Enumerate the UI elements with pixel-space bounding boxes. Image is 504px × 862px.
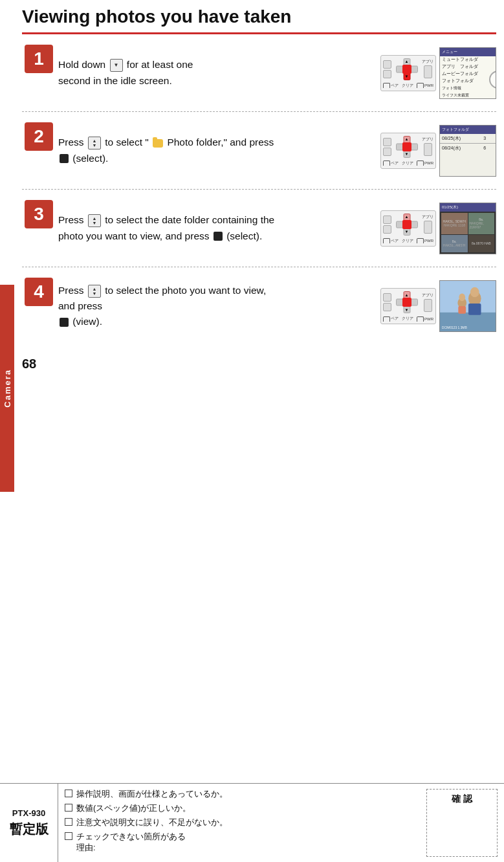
kp-left-key-3b	[383, 225, 391, 234]
kp-pwr-icon-4	[417, 316, 424, 322]
footer-checkbox-1[interactable]	[65, 790, 72, 797]
select-btn-4	[60, 318, 69, 327]
kp-pwr-icon-1	[417, 83, 424, 88]
screen-4: DCIM0123 1.3MB	[439, 280, 496, 332]
kp-nav-center-4	[402, 298, 411, 307]
photo-svg-4: DCIM0123 1.3MB	[440, 280, 496, 332]
kp-pwr-label-1: PWR	[424, 83, 433, 87]
kp-left-key-3a	[383, 216, 391, 224]
footer-checklist-text-4-wrap: チェックできない箇所がある 理由:	[76, 832, 186, 854]
kp-apuri-label-3: アプリ	[422, 215, 433, 219]
kp-nav-down-1: ▼	[403, 73, 410, 80]
kp-pwr-label-3: PWR	[424, 239, 433, 243]
kp-phone-icon-4	[383, 316, 390, 322]
kp-pwr-label-4: PWR	[424, 317, 433, 321]
screen3-cell-4: 8a 0870 HAB	[468, 235, 495, 252]
step-1-text: Hold down ▼ for at least onesecond in th…	[56, 41, 280, 105]
footer-checklist-item-1: 操作説明、画面が仕様とあっているか。	[65, 789, 420, 800]
svg-rect-7	[458, 306, 466, 314]
kp-pea-label-3: ペア	[391, 238, 399, 244]
kp-nav-down-2: ▼	[403, 151, 410, 158]
kp-left-key-2b	[383, 148, 391, 156]
footer-checkbox-4[interactable]	[65, 832, 72, 840]
footer-checklist-item-4: チェックできない箇所がある 理由:	[65, 832, 420, 854]
screen1-title-bar: メニュー	[440, 48, 496, 56]
step-2-number: 2	[25, 122, 53, 151]
kp-nav-down-4: ▼	[403, 306, 410, 313]
kp-bottom-phone-1: ペア	[383, 83, 399, 89]
select-btn-2	[60, 154, 69, 163]
footer-checklist-text-4b: 理由:	[76, 843, 186, 854]
step-1-number-col: 1	[22, 41, 56, 105]
kp-pwr-icon-3	[417, 238, 424, 243]
kp-apuri-label-4: アプリ	[422, 293, 433, 298]
kp-bottom-phone-2: ペア	[383, 160, 399, 166]
screen1-title: メニュー	[442, 49, 457, 55]
kp-nav-cross-4: ▲ ▼	[395, 291, 419, 314]
kp-bottom-phone-pwr-1: PWR	[417, 83, 433, 88]
footer-checkbox-2[interactable]	[65, 804, 72, 812]
footer-checklist-text-1: 操作説明、画面が仕様とあっているか。	[76, 789, 228, 800]
kp-clear-label-3: クリア	[402, 238, 413, 244]
footer-confirm: 確 認	[426, 789, 498, 857]
svg-text:DCIM0123 1.3MB: DCIM0123 1.3MB	[442, 326, 467, 329]
keypad-3: ▲ ▼ アプリ ペア	[380, 210, 436, 247]
screen3-cell-1: HAKSL, SDW'H HAKQRE 1118	[441, 213, 468, 234]
kp-nav-center-3	[402, 220, 411, 229]
kp-bottom-phone-pwr-4: PWR	[417, 316, 433, 322]
page-title: Viewing photos you have taken	[22, 0, 496, 34]
kp-left-key-2a	[383, 138, 391, 146]
screen-1: メニュー ミュートフォルダ アプリ フォルダ ムービーフォルダ フォトフォルダ …	[439, 47, 496, 99]
side-tab-label: Camera	[3, 369, 12, 408]
step-4-number: 4	[25, 278, 53, 306]
kp-bottom-phone-pwr-3: PWR	[417, 238, 433, 243]
footer-right: 操作説明、画面が仕様とあっているか。 数値(スペック値)が正しいか。 注意文や説…	[58, 784, 504, 862]
kp-nav-center-2	[402, 142, 411, 151]
kp-nav-down-3: ▼	[403, 228, 410, 236]
step-2-number-col: 2	[22, 118, 56, 182]
screen3-cell-3-date: HAKSL, AMS'H	[443, 243, 465, 247]
kp-nav-right-2	[411, 143, 418, 150]
side-tab: Camera	[0, 285, 14, 492]
screen3-title-bar: 01/25(木)	[440, 203, 496, 212]
step-4-text: Press ▲▼ to select the photo you want to…	[56, 274, 280, 338]
kp-pwr-icon-2	[417, 160, 424, 166]
footer-checklist-text-3: 注意文や説明文に誤り、不足がないか。	[76, 817, 228, 828]
kp-nav-cross-1: ▲ ▼	[395, 58, 419, 81]
kp-left-key-4b	[383, 303, 391, 311]
screen2-date-1: 08/25(木) 3	[440, 134, 496, 144]
screen1-item-4: フォトフォルダ	[440, 78, 496, 85]
kp-right-key-2	[424, 143, 432, 156]
updown-icon-3: ▲▼	[88, 214, 101, 227]
screen2-title: フォトフォルダ	[442, 127, 469, 131]
screen3-cell-3: 8a. HAKSL, AMS'H	[441, 235, 468, 252]
step-1-images: ▲ ▼ アプリ ペア	[280, 41, 497, 105]
screen2-date-2: 08/24(水) 6	[440, 144, 496, 153]
screen3-cell-2-date: HAKQRE, 21RF97	[470, 221, 494, 229]
step-3-images: ▲ ▼ アプリ ペア	[280, 196, 497, 260]
screen1-item-3: ムービーフォルダ	[440, 71, 496, 78]
step-4-number-col: 4	[22, 274, 56, 338]
step-1-number: 1	[25, 45, 53, 73]
footer-draft: 暫定版	[10, 821, 49, 838]
kp-phone-icon-3	[383, 238, 390, 243]
screen3-cell-4-text: 8a 0870 HAB	[472, 241, 491, 245]
kp-right-key-1	[424, 65, 432, 78]
kp-nav-right-4	[411, 299, 418, 306]
kp-left-key-1	[383, 60, 391, 69]
step-2-text: Press ▲▼ to select " Photo folder," and …	[56, 118, 280, 182]
screen2-title-bar: フォトフォルダ	[440, 126, 496, 134]
footer-confirm-label: 確 認	[452, 793, 472, 805]
step-2-images: ▲ ▼ アプリ ペア	[280, 118, 497, 182]
screen-2: フォトフォルダ 08/25(木) 3 08/24(水) 6	[439, 125, 496, 177]
kp-nav-cross-3: ▲ ▼	[395, 213, 419, 236]
footer-checkbox-3[interactable]	[65, 818, 72, 826]
keypad-1: ▲ ▼ アプリ ペア	[380, 55, 436, 91]
updown-icon-4: ▲▼	[88, 285, 101, 298]
kp-right-key-4	[424, 299, 432, 312]
kp-phone-icon-2	[383, 160, 390, 166]
svg-point-3	[470, 287, 479, 298]
step-3-number: 3	[25, 200, 53, 228]
svg-rect-4	[468, 304, 481, 315]
kp-phone-icon-1	[383, 83, 390, 88]
